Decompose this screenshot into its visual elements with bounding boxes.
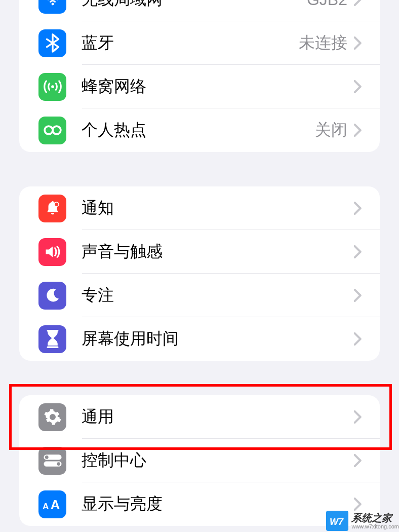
svg-rect-7 xyxy=(47,346,58,348)
watermark-title: 系统之家 xyxy=(351,513,399,523)
settings-group-system: 通用 控制中心 AA 显示与亮度 xyxy=(19,395,380,526)
row-notifications[interactable]: 通知 xyxy=(19,186,380,230)
chevron-right-icon xyxy=(350,244,366,259)
watermark-logo: W7 xyxy=(326,511,348,531)
row-sounds[interactable]: 声音与触感 xyxy=(19,230,380,274)
svg-rect-6 xyxy=(47,330,58,332)
chevron-right-icon xyxy=(350,331,366,347)
chevron-right-icon xyxy=(350,79,366,94)
textsize-icon: AA xyxy=(38,490,66,518)
chevron-right-icon xyxy=(350,497,366,512)
svg-point-0 xyxy=(51,3,54,6)
svg-point-11 xyxy=(57,462,60,466)
svg-point-5 xyxy=(55,203,58,206)
chevron-right-icon xyxy=(350,409,366,425)
svg-text:W7: W7 xyxy=(330,517,344,527)
gear-icon xyxy=(38,403,66,431)
chevron-right-icon xyxy=(350,201,366,216)
row-value: 未连接 xyxy=(299,32,350,54)
bluetooth-icon xyxy=(38,29,66,57)
watermark-url: www.w7xitong.com xyxy=(351,524,399,529)
svg-text:A: A xyxy=(43,501,49,511)
row-screentime[interactable]: 屏幕使用时间 xyxy=(19,317,380,361)
row-focus[interactable]: 专注 xyxy=(19,274,380,317)
hourglass-icon xyxy=(38,325,66,353)
row-bluetooth[interactable]: 蓝牙 未连接 xyxy=(19,21,380,65)
svg-text:A: A xyxy=(50,498,60,512)
watermark: W7 系统之家 www.w7xitong.com xyxy=(326,511,399,531)
row-label: 个人热点 xyxy=(66,119,315,141)
chevron-right-icon xyxy=(350,123,366,138)
row-wifi[interactable]: 无线局域网 GJB2 xyxy=(19,0,380,21)
cellular-icon xyxy=(38,73,66,101)
moon-icon xyxy=(38,282,66,310)
row-label: 通用 xyxy=(66,406,350,428)
row-hotspot[interactable]: 个人热点 关闭 xyxy=(19,108,380,152)
row-label: 声音与触感 xyxy=(66,241,350,263)
settings-group-network: 无线局域网 GJB2 蓝牙 未连接 蜂窝网络 个人热点 关闭 xyxy=(19,0,380,152)
row-label: 通知 xyxy=(66,197,350,219)
row-label: 控制中心 xyxy=(66,449,350,472)
row-value: 关闭 xyxy=(315,119,350,141)
row-value: GJB2 xyxy=(307,0,350,9)
row-control-center[interactable]: 控制中心 xyxy=(19,439,380,482)
row-label: 蓝牙 xyxy=(66,32,299,54)
wifi-icon xyxy=(38,0,66,14)
watermark-text: 系统之家 www.w7xitong.com xyxy=(351,513,399,529)
chevron-right-icon xyxy=(350,35,366,51)
row-label: 蜂窝网络 xyxy=(66,75,350,98)
row-label: 无线局域网 xyxy=(66,0,307,11)
svg-point-3 xyxy=(53,126,61,134)
speaker-icon xyxy=(38,238,66,266)
switches-icon xyxy=(38,447,66,475)
row-cellular[interactable]: 蜂窝网络 xyxy=(19,65,380,108)
row-general[interactable]: 通用 xyxy=(19,395,380,439)
svg-point-1 xyxy=(51,85,54,88)
chevron-right-icon xyxy=(350,0,366,7)
chevron-right-icon xyxy=(350,288,366,303)
row-label: 专注 xyxy=(66,284,350,307)
svg-point-2 xyxy=(45,126,53,134)
row-display[interactable]: AA 显示与亮度 xyxy=(19,482,380,526)
row-label: 显示与亮度 xyxy=(66,493,350,515)
settings-group-attention: 通知 声音与触感 专注 屏幕使用时间 xyxy=(19,186,380,361)
row-label: 屏幕使用时间 xyxy=(66,328,350,350)
svg-point-9 xyxy=(45,455,48,459)
chevron-right-icon xyxy=(350,453,366,468)
hotspot-icon xyxy=(38,117,66,144)
bell-icon xyxy=(38,195,66,222)
